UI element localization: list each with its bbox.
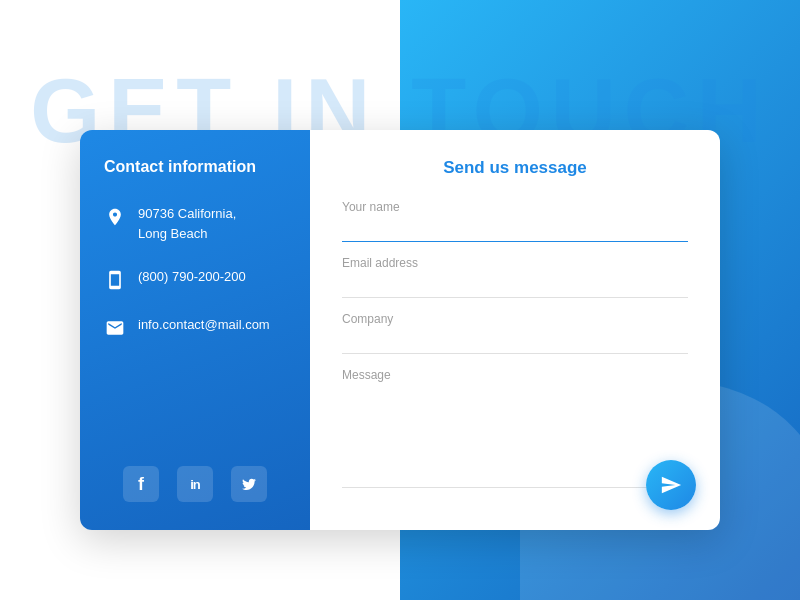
twitter-button[interactable] [231,466,267,502]
name-input[interactable] [342,218,688,242]
email-icon [104,317,126,339]
social-row: f in [104,450,286,502]
name-label: Your name [342,200,688,214]
contact-email-item: info.contact@mail.com [104,315,286,339]
contact-panel: Contact information 90736 California, Lo… [80,130,310,530]
contact-address-item: 90736 California, Long Beach [104,204,286,243]
message-label: Message [342,368,688,382]
form-title: Send us message [342,158,688,178]
email-label: Email address [342,256,688,270]
email-field-group: Email address [342,256,688,298]
message-input[interactable] [342,386,688,488]
company-label: Company [342,312,688,326]
linkedin-button[interactable]: in [177,466,213,502]
company-field-group: Company [342,312,688,354]
location-icon [104,206,126,228]
name-field-group: Your name [342,200,688,242]
contact-phone-text: (800) 790-200-200 [138,267,246,287]
contact-address-text: 90736 California, Long Beach [138,204,236,243]
send-button[interactable] [646,460,696,510]
facebook-button[interactable]: f [123,466,159,502]
contact-phone-item: (800) 790-200-200 [104,267,286,291]
company-input[interactable] [342,330,688,354]
form-panel: Send us message Your name Email address … [310,130,720,530]
phone-icon [104,269,126,291]
main-card: Contact information 90736 California, Lo… [80,130,720,530]
contact-panel-title: Contact information [104,158,286,176]
message-field-group: Message [342,368,688,488]
contact-email-text: info.contact@mail.com [138,315,270,335]
email-input[interactable] [342,274,688,298]
